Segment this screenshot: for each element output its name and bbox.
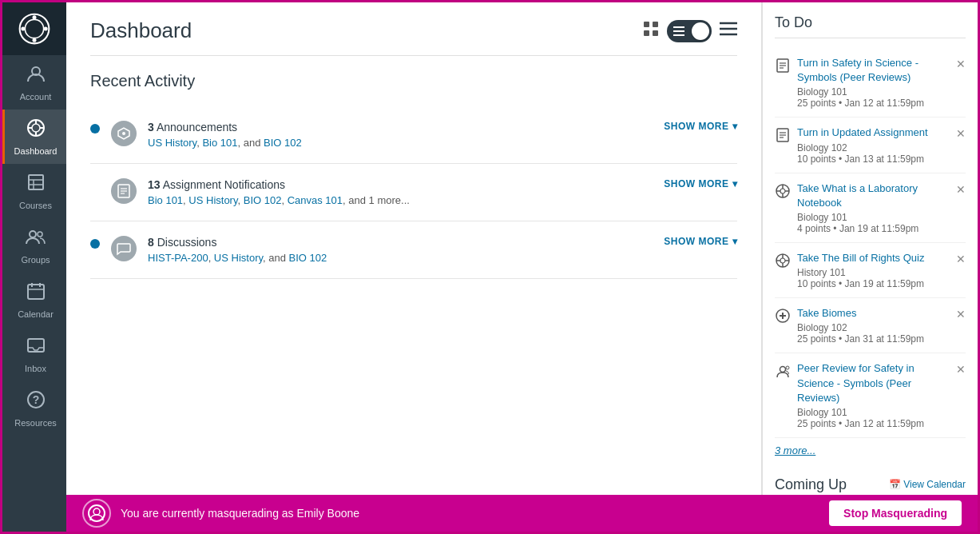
chevron-down-icon-3: ▾ (732, 236, 738, 247)
svg-text:?: ? (32, 393, 39, 406)
todo-item-4-content: Take The Bill of Rights Quiz History 101… (797, 251, 950, 289)
todo-quiz-icon-2 (775, 253, 791, 269)
todo-item-5-close[interactable]: ✕ (956, 308, 966, 321)
sidebar-item-groups[interactable]: Groups (2, 218, 66, 273)
canvas-logo[interactable] (2, 2, 66, 55)
calendar-small-icon: 📅 (889, 479, 901, 490)
svg-rect-19 (28, 285, 44, 299)
toggle-knob (692, 22, 709, 40)
sidebar-item-resources-label: Resources (14, 418, 57, 428)
toggle-switch[interactable] (667, 20, 712, 42)
todo-item-1-close[interactable]: ✕ (956, 58, 966, 70)
discussions-content: 8 Discussions HIST-PA-200, US History, a… (148, 236, 653, 264)
resources-icon: ? (26, 389, 46, 415)
coming-up-title: Coming Up (775, 476, 847, 493)
svg-point-62 (786, 366, 789, 369)
announcements-count: 3 (148, 121, 154, 134)
todo-panel: To Do Turn in Safety in Science - Symbol… (762, 2, 978, 495)
todo-item-6-close[interactable]: ✕ (956, 363, 966, 376)
dashboard-title: Dashboard (90, 18, 192, 43)
discussions-count: 8 (148, 236, 154, 249)
sidebar-item-account[interactable]: Account (2, 55, 66, 110)
coming-up-header: Coming Up 📅 View Calendar (775, 476, 966, 493)
discussion-link-bio102[interactable]: BIO 102 (289, 252, 327, 264)
announcement-link-bio102[interactable]: BIO 102 (264, 137, 302, 149)
todo-item-6-link[interactable]: Peer Review for Safety in Science - Symb… (797, 361, 950, 405)
sidebar-item-dashboard-label: Dashboard (14, 146, 58, 156)
todo-item-3-content: Take What is a Laboratory Notebook Biolo… (797, 181, 950, 234)
todo-item-2: Turn in Updated Assignment Biology 10210… (775, 118, 966, 173)
assignments-show-more[interactable]: SHOW MORE ▾ (664, 178, 737, 189)
assignments-content: 13 Assignment Notifications Bio 101, US … (148, 178, 653, 206)
sidebar-item-resources[interactable]: ? Resources (2, 381, 66, 436)
todo-title: To Do (775, 14, 966, 38)
activity-item-assignments: 13 Assignment Notifications Bio 101, US … (90, 164, 737, 221)
todo-item-6-content: Peer Review for Safety in Science - Symb… (797, 361, 950, 429)
sidebar: Account Dashboard (2, 2, 66, 532)
svg-rect-27 (653, 22, 658, 27)
discussion-link-hist-pa200[interactable]: HIST-PA-200 (148, 252, 208, 264)
todo-item-4-close[interactable]: ✕ (956, 253, 966, 265)
svg-point-4 (21, 27, 25, 31)
toggle-lines (673, 26, 684, 36)
svg-rect-13 (29, 175, 43, 189)
masquerade-left: You are currently masquerading as Emily … (82, 499, 359, 528)
assignment-link-us-history[interactable]: US History (188, 194, 237, 206)
todo-item-3-close[interactable]: ✕ (956, 183, 966, 196)
todo-item-5: Take Biomes Biology 10225 points • Jan 3… (775, 298, 966, 353)
courses-icon (26, 172, 46, 197)
svg-point-63 (89, 505, 105, 521)
todo-item-2-close[interactable]: ✕ (956, 127, 966, 140)
masquerade-text: You are currently masquerading as Emily … (121, 507, 359, 520)
svg-point-1 (25, 19, 43, 38)
grid-icon[interactable] (643, 21, 659, 41)
hamburger-menu-icon[interactable] (720, 22, 737, 40)
announcements-content: 3 Announcements US History, Bio 101, and… (148, 121, 653, 149)
svg-point-17 (30, 231, 36, 237)
unread-dot-announcements (90, 124, 100, 134)
discussion-link-us-history[interactable]: US History (214, 252, 263, 264)
sidebar-item-inbox-label: Inbox (25, 364, 46, 373)
todo-item-5-content: Take Biomes Biology 10225 points • Jan 3… (797, 306, 950, 345)
todo-item-3-link[interactable]: Take What is a Laboratory Notebook (797, 181, 950, 210)
stop-masquerading-button[interactable]: Stop Masquerading (829, 500, 962, 526)
announcement-link-bio101[interactable]: Bio 101 (202, 137, 237, 149)
todo-item-5-link[interactable]: Take Biomes (797, 306, 950, 321)
svg-rect-29 (653, 30, 658, 36)
account-icon (26, 63, 46, 89)
sidebar-item-courses-label: Courses (19, 201, 52, 210)
todo-item-1-link[interactable]: Turn in Safety in Science - Symbols (Pee… (797, 56, 950, 85)
assignment-link-canvas101[interactable]: Canvas 101 (288, 194, 343, 206)
svg-point-64 (93, 508, 100, 515)
todo-item-6-meta: Biology 10125 points • Jan 12 at 11:59pm (797, 407, 950, 429)
sidebar-item-inbox[interactable]: Inbox (2, 327, 66, 381)
todo-item-2-link[interactable]: Turn in Updated Assignment (797, 126, 950, 140)
view-calendar-link[interactable]: 📅 View Calendar (889, 479, 966, 490)
assignment-link-bio101[interactable]: Bio 101 (148, 194, 183, 206)
chevron-down-icon: ▾ (732, 121, 738, 132)
sidebar-item-courses[interactable]: Courses (2, 164, 66, 218)
todo-item-1-content: Turn in Safety in Science - Symbols (Pee… (797, 56, 950, 109)
masquerade-user-icon (82, 499, 111, 528)
sidebar-item-dashboard[interactable]: Dashboard (2, 110, 66, 164)
todo-quiz-icon-1 (775, 183, 791, 199)
assignment-link-bio102[interactable]: BIO 102 (244, 194, 282, 206)
todo-item-4-link[interactable]: Take The Bill of Rights Quiz (797, 251, 950, 265)
sidebar-item-calendar[interactable]: Calendar (2, 273, 66, 327)
announcement-icon (111, 121, 137, 146)
discussions-show-more[interactable]: SHOW MORE ▾ (664, 236, 737, 247)
todo-add-icon (775, 308, 791, 324)
todo-item-3-meta: Biology 1014 points • Jan 19 at 11:59pm (797, 212, 950, 234)
sidebar-item-account-label: Account (20, 92, 52, 102)
assignment-icon (111, 178, 137, 204)
todo-item-1: Turn in Safety in Science - Symbols (Pee… (775, 48, 966, 118)
announcement-link-us-history[interactable]: US History (148, 137, 196, 149)
announcements-show-more[interactable]: SHOW MORE ▾ (664, 121, 737, 132)
todo-item-3: Take What is a Laboratory Notebook Biolo… (775, 173, 966, 243)
assignments-links: Bio 101, US History, BIO 102, Canvas 101… (148, 194, 653, 206)
sidebar-item-calendar-label: Calendar (18, 309, 54, 319)
assignments-count: 13 (148, 178, 161, 191)
todo-more-link[interactable]: 3 more... (775, 444, 966, 456)
svg-rect-26 (644, 22, 649, 27)
sidebar-item-groups-label: Groups (21, 255, 50, 265)
